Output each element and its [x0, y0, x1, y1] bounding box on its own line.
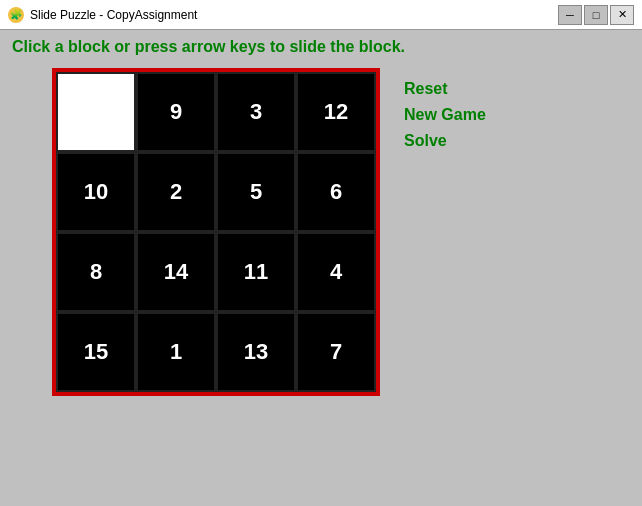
puzzle-cell[interactable]: 1 — [136, 312, 216, 392]
puzzle-cell[interactable]: 6 — [296, 152, 376, 232]
puzzle-cell[interactable]: 4 — [296, 232, 376, 312]
reset-button[interactable]: Reset — [404, 78, 486, 100]
puzzle-cell[interactable]: 13 — [216, 312, 296, 392]
title-bar: 🧩 Slide Puzzle - CopyAssignment ─ □ ✕ — [0, 0, 642, 30]
puzzle-cell[interactable]: 11 — [216, 232, 296, 312]
app-icon: 🧩 — [8, 7, 24, 23]
solve-button[interactable]: Solve — [404, 130, 486, 152]
maximize-button[interactable]: □ — [584, 5, 608, 25]
minimize-button[interactable]: ─ — [558, 5, 582, 25]
puzzle-cell[interactable]: 15 — [56, 312, 136, 392]
title-bar-controls: ─ □ ✕ — [558, 5, 634, 25]
puzzle-cell[interactable]: 5 — [216, 152, 296, 232]
title-bar-left: 🧩 Slide Puzzle - CopyAssignment — [8, 7, 197, 23]
main-content: Click a block or press arrow keys to sli… — [0, 30, 642, 506]
puzzle-cell[interactable]: 14 — [136, 232, 216, 312]
puzzle-cell[interactable]: 7 — [296, 312, 376, 392]
new-game-button[interactable]: New Game — [404, 104, 486, 126]
puzzle-cell[interactable]: 9 — [136, 72, 216, 152]
puzzle-cell[interactable]: 2 — [136, 152, 216, 232]
puzzle-grid: 931210256814114151137 — [52, 68, 380, 396]
puzzle-cell — [56, 72, 136, 152]
window-title: Slide Puzzle - CopyAssignment — [30, 8, 197, 22]
instruction-text: Click a block or press arrow keys to sli… — [12, 38, 630, 56]
main-area: 931210256814114151137 Reset New Game Sol… — [12, 68, 630, 396]
puzzle-cell[interactable]: 12 — [296, 72, 376, 152]
sidebar: Reset New Game Solve — [404, 78, 486, 152]
puzzle-cell[interactable]: 10 — [56, 152, 136, 232]
close-button[interactable]: ✕ — [610, 5, 634, 25]
puzzle-cell[interactable]: 3 — [216, 72, 296, 152]
puzzle-cell[interactable]: 8 — [56, 232, 136, 312]
